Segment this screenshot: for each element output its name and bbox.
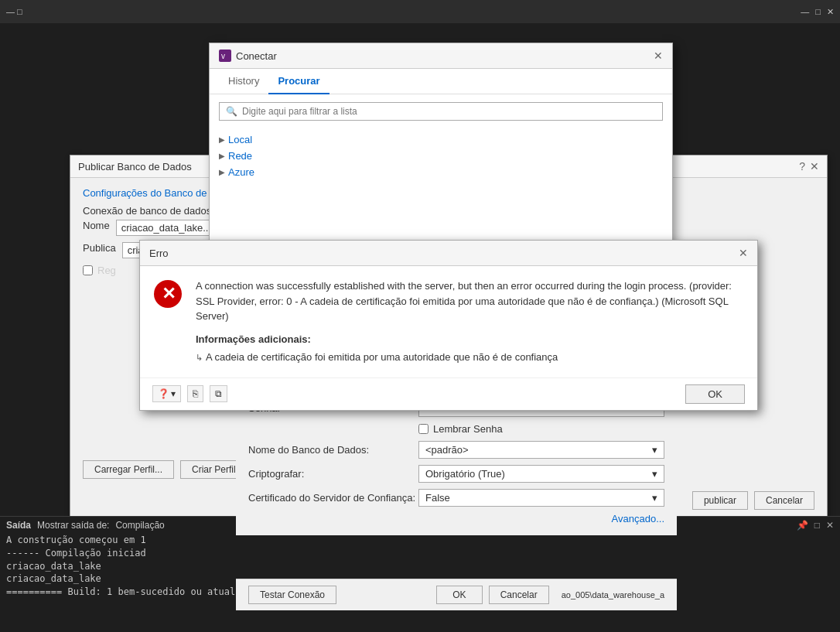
lembrar-senha-checkbox[interactable] bbox=[418, 424, 429, 434]
tab-history[interactable]: History bbox=[219, 69, 268, 94]
erro-dialog: Erro ✕ ✕ A connection was successfully e… bbox=[139, 240, 758, 411]
search-icon: 🔍 bbox=[226, 106, 237, 117]
output-line-1: A construção começou em 1 bbox=[6, 534, 834, 547]
carregar-perfil-btn[interactable]: Carregar Perfil... bbox=[83, 460, 174, 479]
erro-close-btn[interactable]: ✕ bbox=[739, 247, 748, 259]
copy-icon: ⎘ bbox=[193, 388, 198, 399]
ide-topbar: — □ — □ ✕ bbox=[0, 0, 840, 23]
testar-conexao-btn[interactable]: Testar Conexão bbox=[248, 586, 336, 604]
certificado-dropdown-arrow: ▾ bbox=[652, 492, 657, 504]
tree-item-rede[interactable]: ▶ Rede bbox=[219, 148, 663, 164]
reg-label: Reg bbox=[97, 265, 116, 276]
show-value: Compilação bbox=[115, 520, 164, 531]
publish-title: Publicar Banco de Dados bbox=[78, 161, 192, 173]
criptografar-label: Criptografar: bbox=[248, 468, 418, 480]
erro-footer: ❓ ▾ ⎘ ⧉ OK bbox=[140, 377, 757, 410]
publish-close-btn[interactable]: ✕ bbox=[810, 160, 819, 173]
conectar-close-btn[interactable]: ✕ bbox=[654, 50, 663, 62]
reg-checkbox[interactable] bbox=[83, 265, 93, 275]
additional-text: A cadeia de certificação foi emitida por… bbox=[206, 350, 558, 365]
lembrar-senha-label: Lembrar Senha bbox=[433, 423, 503, 435]
help-icon: ❓ bbox=[158, 388, 169, 399]
erro-text-content: A connection was successfully establishe… bbox=[196, 278, 745, 365]
output-line-3: criacao_data_lake bbox=[6, 560, 834, 573]
publicar-label: Publica bbox=[83, 242, 116, 258]
criptografar-dropdown[interactable]: Obrigatório (True) ▾ bbox=[418, 465, 664, 483]
additional-info-label: Informações adicionais: bbox=[196, 332, 745, 347]
output-pin-icon[interactable]: 📌 bbox=[797, 520, 808, 531]
output-panel-actions: 📌 □ ✕ bbox=[797, 520, 834, 531]
banco-dropdown-arrow: ▾ bbox=[652, 444, 657, 456]
path-text-1: ao_005\data_warehouse_a bbox=[562, 590, 664, 600]
output-title: Saída bbox=[6, 520, 31, 531]
cancelar-connection-btn[interactable]: Cancelar bbox=[489, 586, 549, 604]
erro-title: Erro bbox=[149, 248, 169, 259]
copy-btn[interactable]: ⎘ bbox=[187, 385, 203, 402]
error-icon: ✕ bbox=[152, 278, 183, 309]
publish-help-btn[interactable]: ? bbox=[799, 160, 805, 173]
criptografar-dropdown-arrow: ▾ bbox=[652, 468, 657, 480]
tree-arrow-azure: ▶ bbox=[219, 168, 225, 176]
tree-item-local[interactable]: ▶ Local bbox=[219, 132, 663, 148]
erro-footer-left: ❓ ▾ ⎘ ⧉ bbox=[152, 385, 227, 402]
help-dropdown-arrow: ▾ bbox=[171, 388, 176, 399]
bottom-actions-bar: Testar Conexão OK Cancelar ao_005\data_w… bbox=[236, 579, 677, 610]
svg-text:v: v bbox=[221, 52, 225, 60]
avancado-link[interactable]: Avançado... bbox=[612, 513, 664, 524]
copy2-icon: ⧉ bbox=[215, 388, 222, 399]
tree-arrow-local: ▶ bbox=[219, 135, 225, 144]
close-icon[interactable]: ✕ bbox=[827, 7, 834, 17]
erro-titlebar: Erro ✕ bbox=[140, 241, 757, 266]
vs-logo-icon: v bbox=[219, 50, 231, 62]
tree-item-azure[interactable]: ▶ Azure bbox=[219, 164, 663, 180]
erro-message: A connection was successfully establishe… bbox=[196, 280, 732, 322]
publicar-btn[interactable]: publicar bbox=[692, 491, 748, 510]
copy2-btn[interactable]: ⧉ bbox=[210, 385, 227, 402]
svg-text:✕: ✕ bbox=[162, 284, 176, 303]
tree-arrow-rede: ▶ bbox=[219, 152, 225, 160]
ok-connection-btn[interactable]: OK bbox=[436, 586, 482, 604]
tree-label-azure: Azure bbox=[228, 166, 254, 178]
connection-fields-section: Senha: •••••• Lembrar Senha Nome do Banc… bbox=[236, 393, 677, 535]
erro-body: ✕ A connection was successfully establis… bbox=[140, 266, 757, 377]
conectar-title: Conectar bbox=[236, 50, 277, 62]
maximize-icon[interactable]: □ bbox=[815, 7, 821, 17]
certificado-label: Certificado do Servidor de Confiança: bbox=[248, 492, 418, 504]
erro-additional: ↳ A cadeia de certificação foi emitida p… bbox=[196, 350, 745, 365]
conectar-tabs: History Procurar bbox=[210, 69, 672, 94]
help-btn[interactable]: ❓ ▾ bbox=[152, 385, 181, 402]
conectar-tree: ▶ Local ▶ Rede ▶ Azure bbox=[210, 128, 672, 183]
name-label: Nome bbox=[83, 220, 110, 236]
tree-label-local: Local bbox=[228, 134, 252, 145]
certificado-dropdown[interactable]: False ▾ bbox=[418, 489, 664, 507]
tab-procurar[interactable]: Procurar bbox=[268, 69, 329, 94]
show-label: Mostrar saída de: bbox=[37, 520, 109, 531]
output-line-2: ------ Compilação iniciad bbox=[6, 547, 834, 560]
ide-menu-icons: — □ bbox=[6, 7, 22, 16]
banco-dropdown[interactable]: <padrão> ▾ bbox=[418, 441, 664, 459]
banco-label: Nome do Banco de Dados: bbox=[248, 444, 418, 456]
additional-arrow-icon: ↳ bbox=[196, 351, 203, 364]
output-maximize-icon[interactable]: □ bbox=[814, 520, 820, 531]
minimize-icon[interactable]: — bbox=[801, 7, 809, 17]
conectar-titlebar: v Conectar ✕ bbox=[210, 43, 672, 69]
search-input[interactable] bbox=[242, 106, 656, 117]
cancelar-publish-btn[interactable]: Cancelar bbox=[754, 491, 814, 510]
conectar-search-box: 🔍 bbox=[219, 102, 663, 121]
erro-ok-btn[interactable]: OK bbox=[685, 384, 745, 404]
output-close-icon[interactable]: ✕ bbox=[826, 520, 834, 531]
tree-label-rede: Rede bbox=[228, 150, 252, 162]
